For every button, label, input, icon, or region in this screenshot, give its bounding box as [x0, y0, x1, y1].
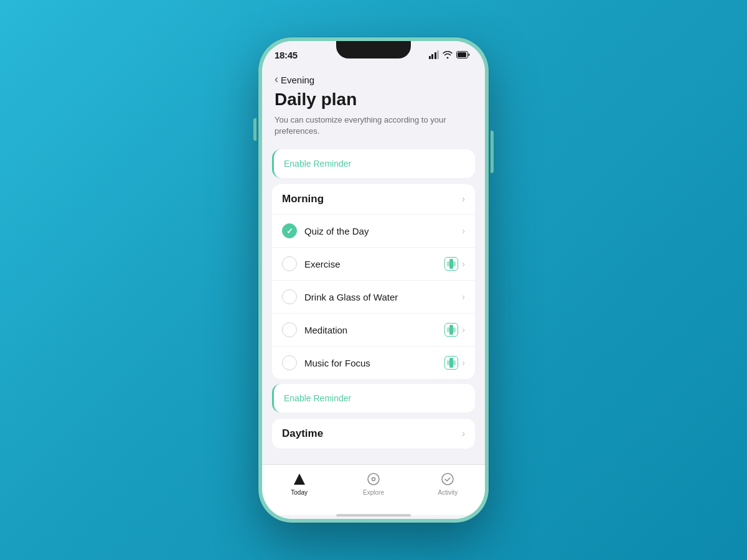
home-bar	[336, 514, 411, 516]
today-tab-icon	[291, 471, 308, 487]
item-label: Quiz of the Day	[304, 226, 454, 236]
svg-rect-1	[458, 52, 466, 57]
activity-tab-icon	[439, 471, 456, 487]
morning-chevron-icon: ›	[462, 194, 465, 205]
page-header: Daily plan You can customize everything …	[262, 86, 485, 143]
today-tab-label: Today	[291, 489, 308, 496]
item-label: Meditation	[304, 325, 437, 335]
list-item[interactable]: Exercise ›	[272, 248, 475, 281]
battery-icon	[456, 51, 470, 58]
item-label: Drink a Glass of Water	[304, 292, 454, 302]
status-icons	[429, 50, 471, 59]
phone-screen: 18:45	[262, 41, 485, 519]
meditation-icon	[444, 323, 458, 337]
morning-list: ✓ Quiz of the Day › Exercise	[272, 215, 475, 379]
checkbox-unchecked[interactable]	[282, 256, 297, 271]
svg-rect-4	[453, 261, 456, 266]
svg-point-12	[368, 474, 379, 485]
svg-rect-10	[453, 360, 456, 365]
phone-frame: 18:45	[258, 37, 489, 523]
svg-rect-3	[447, 261, 449, 266]
checkmark-icon: ✓	[286, 226, 293, 236]
item-right: ›	[444, 257, 465, 271]
svg-rect-8	[449, 358, 453, 368]
nav-back: ‹ Evening	[262, 68, 485, 86]
svg-rect-9	[447, 360, 449, 365]
svg-rect-5	[449, 325, 453, 335]
signal-icon	[429, 50, 439, 59]
home-indicator	[262, 515, 485, 519]
item-chevron-icon: ›	[462, 325, 465, 335]
enable-reminder-label-top[interactable]: Enable Reminder	[284, 159, 351, 169]
item-chevron-icon: ›	[462, 358, 465, 368]
svg-rect-2	[449, 259, 453, 269]
item-label: Exercise	[304, 259, 437, 269]
status-time: 18:45	[275, 50, 298, 60]
list-item[interactable]: Drink a Glass of Water ›	[272, 281, 475, 314]
svg-point-13	[372, 478, 375, 481]
exercise-icon	[444, 257, 458, 271]
item-chevron-icon: ›	[462, 292, 465, 302]
daytime-chevron-icon: ›	[462, 428, 465, 439]
svg-rect-6	[447, 327, 449, 332]
scroll-content[interactable]: ‹ Evening Daily plan You can customize e…	[262, 68, 485, 464]
item-chevron-icon: ›	[462, 259, 465, 269]
checkbox-checked[interactable]: ✓	[282, 223, 297, 238]
enable-reminder-card-top[interactable]: Enable Reminder	[272, 149, 475, 178]
morning-section-header[interactable]: Morning ›	[272, 184, 475, 215]
daytime-title: Daytime	[282, 427, 323, 440]
back-label: Evening	[281, 75, 314, 85]
item-chevron-icon: ›	[462, 226, 465, 236]
svg-marker-11	[294, 474, 305, 485]
svg-rect-7	[453, 327, 456, 332]
item-right: ›	[462, 292, 465, 302]
svg-point-14	[442, 474, 453, 485]
list-item[interactable]: Music for Focus ›	[272, 347, 475, 379]
back-chevron-icon: ‹	[275, 73, 278, 86]
item-right: ›	[444, 356, 465, 370]
list-item[interactable]: Meditation ›	[272, 314, 475, 347]
item-right: ›	[444, 323, 465, 337]
page-title: Daily plan	[275, 90, 472, 110]
morning-title: Morning	[282, 193, 324, 205]
wifi-icon	[443, 51, 453, 58]
notch	[336, 41, 411, 58]
tab-activity[interactable]: Activity	[411, 471, 485, 496]
checkbox-unchecked[interactable]	[282, 355, 297, 370]
enable-reminder-label-bottom[interactable]: Enable Reminder	[284, 393, 351, 403]
page-subtitle: You can customize everything according t…	[275, 114, 472, 137]
tab-bar: Today Explore	[262, 464, 485, 515]
checkbox-unchecked[interactable]	[282, 289, 297, 304]
explore-tab-icon	[365, 471, 382, 487]
explore-tab-label: Explore	[363, 489, 384, 496]
checkbox-unchecked[interactable]	[282, 322, 297, 337]
item-label: Music for Focus	[304, 358, 437, 368]
tab-explore[interactable]: Explore	[336, 471, 410, 496]
list-item[interactable]: ✓ Quiz of the Day ›	[272, 215, 475, 248]
back-button[interactable]: ‹ Evening	[275, 73, 472, 86]
tab-today[interactable]: Today	[262, 471, 336, 496]
activity-tab-label: Activity	[438, 489, 458, 496]
music-icon	[444, 356, 458, 370]
daytime-section-header[interactable]: Daytime ›	[272, 419, 475, 449]
status-bar: 18:45	[262, 41, 485, 68]
item-right: ›	[462, 226, 465, 236]
enable-reminder-card-bottom[interactable]: Enable Reminder	[272, 384, 475, 413]
